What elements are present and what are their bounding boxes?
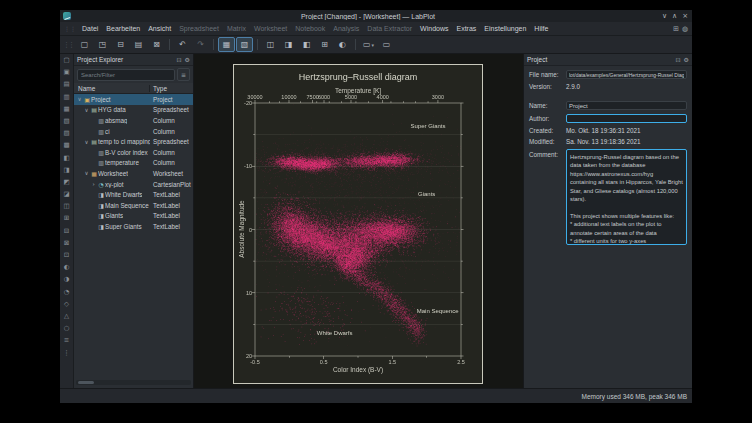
hr-diagram-canvas[interactable] [234,65,482,383]
toolbar-handle[interactable]: ⋮⋮ [63,41,73,49]
filter-options-icon[interactable]: ≡ [177,68,190,81]
project-explorer-header[interactable]: Project Explorer ⊡⚙ [74,54,193,66]
maximize-button[interactable]: ∧ [672,11,677,21]
menu-datei[interactable]: Datei [78,24,102,33]
select-mode-button[interactable]: ▦ [218,37,235,52]
column-header-type[interactable]: Type [149,85,193,92]
column-header-name[interactable]: Name [74,85,149,92]
worksheet-action-19[interactable]: ◑ [62,275,71,284]
close-button[interactable]: × [682,11,688,21]
open-project-icon[interactable]: ◳ [94,37,111,52]
add-image-icon[interactable]: ◧ [298,37,315,52]
project-name-input[interactable] [566,101,687,110]
worksheet-action-6[interactable]: ▧ [62,117,71,126]
tree-row-white-dwarfs[interactable]: ◨White DwarfsTextLabel [74,189,193,200]
panel-toggle-icon[interactable]: ⊞ [673,25,679,33]
add-plot-icon[interactable]: ◫ [262,37,279,52]
float-dock-icon[interactable]: ⊡ [676,56,681,63]
plot-annotation-super-giants[interactable]: Super Giants [411,123,446,129]
float-dock-icon[interactable]: ⊡ [177,56,182,63]
tree-row-hyg-data[interactable]: ∨▤HYG dataSpreadsheet [74,105,193,116]
add-text-label-icon[interactable]: ◨ [280,37,297,52]
menu-windows[interactable]: Windows [416,24,452,33]
worksheet-action-21[interactable]: ◇ [62,300,71,309]
menu-notebook[interactable]: Notebook [291,24,329,33]
menu-einstellungen[interactable]: Einstellungen [480,24,530,33]
worksheet-action-20[interactable]: ◔ [62,288,71,297]
tree-row-temp-to-ci-mapping[interactable]: ∨▤temp to ci mappingSpreadsheet [74,136,193,147]
menu-bearbeiten[interactable]: Bearbeiten [102,24,144,33]
theme-icon[interactable]: ◐ [334,37,351,52]
menu-spreadsheet[interactable]: Spreadsheet [175,24,223,33]
x-axis-label[interactable]: Color Index (B-V) [255,366,461,373]
properties-header[interactable]: Project ⊡⚙ [524,54,692,66]
menu-extras[interactable]: Extras [452,24,480,33]
worksheet-action-2[interactable]: ▣ [62,68,71,77]
tree-row-absmag[interactable]: ▥absmagColumn [74,115,193,126]
tree-row-xy-plot[interactable]: ›◔xy-plotCartesianPlot [74,179,193,190]
tree-row-worksheet[interactable]: ∨▦WorksheetWorksheet [74,168,193,179]
worksheet-action-10[interactable]: ◨ [62,166,71,175]
expander-icon[interactable]: ∨ [83,170,90,176]
minimize-button[interactable]: ∨ [662,11,667,21]
worksheet-action-16[interactable]: ⊠ [62,239,71,248]
undo-icon[interactable]: ↶ [174,37,191,52]
worksheet-action-15[interactable]: ⊟ [62,227,71,236]
explorer-hscroll-thumb[interactable] [78,381,94,384]
new-project-icon[interactable]: ▢ [76,37,93,52]
tree-row-project[interactable]: ∨▣ProjectProject [74,94,193,105]
tree-column-headers[interactable]: Name Type [74,83,193,94]
worksheet-action-1[interactable]: ▢ [62,56,71,65]
worksheet-action-14[interactable]: ⊞ [62,214,71,223]
worksheet-action-22[interactable]: △ [62,312,71,321]
worksheet-action-5[interactable]: ▦ [62,105,71,114]
fit-page-icon[interactable]: ▭ [378,37,395,52]
dock-settings-icon[interactable]: ⚙ [684,56,689,63]
worksheet-action-25[interactable]: ⋮ [62,349,71,358]
worksheet-action-4[interactable]: ▥ [62,93,71,102]
search-input[interactable] [77,69,175,81]
zoom-mode-button[interactable]: ▧ [236,37,253,52]
menubar-handle[interactable]: ⋮⋮ [64,25,76,32]
comment-textarea[interactable]: Hertzsprung-Russel diagram based on the … [566,149,687,245]
expander-icon[interactable]: ∨ [83,139,90,145]
author-input[interactable] [566,114,687,123]
menu-ansicht[interactable]: Ansicht [144,24,175,33]
grid-layout-icon[interactable]: ⊞ [316,37,333,52]
titlebar[interactable]: Project [Changed] - [Worksheet] — LabPlo… [60,10,692,22]
menu-worksheet[interactable]: Worksheet [250,24,291,33]
worksheet-action-7[interactable]: ▨ [62,129,71,138]
tree-row-super-giants[interactable]: ◨Super GiantsTextLabel [74,221,193,232]
worksheet-action-23[interactable]: ○ [62,324,71,333]
zoom-preset-dropdown[interactable]: ▭▾ [360,37,377,52]
expander-icon[interactable]: › [90,181,97,187]
print-preview-icon[interactable]: ⊠ [148,37,165,52]
menu-analysis[interactable]: Analysis [329,24,363,33]
worksheet-action-8[interactable]: ▩ [62,141,71,150]
file-name-input[interactable] [566,70,687,79]
tree-row-temperature[interactable]: ▥temperatureColumn [74,158,193,169]
top-axis-label[interactable]: Temperature [K] [255,87,461,94]
expander-icon[interactable]: ∨ [76,96,83,102]
tree-row-ci[interactable]: ▥ciColumn [74,126,193,137]
dock-settings-icon[interactable]: ⚙ [185,56,190,63]
worksheet-action-24[interactable]: ≡ [62,336,71,345]
menu-data-extractor[interactable]: Data Extractor [363,24,416,33]
tree-row-main-sequence[interactable]: ◨Main SequenceTextLabel [74,200,193,211]
worksheet-action-11[interactable]: ◩ [62,178,71,187]
worksheet-action-13[interactable]: ◫ [62,202,71,211]
worksheet-action-9[interactable]: ◧ [62,154,71,163]
plot-title[interactable]: Hertzsprung–Russell diagram [255,72,461,82]
save-project-icon[interactable]: ⊟ [112,37,129,52]
tree-row-b-v-color-index[interactable]: ▥B-V color indexColumn [74,147,193,158]
worksheet-action-18[interactable]: ◐ [62,263,71,272]
worksheet-action-17[interactable]: ⊡ [62,251,71,260]
worksheet-action-3[interactable]: ▤ [62,80,71,89]
print-icon[interactable]: ▤ [130,37,147,52]
plot-annotation-giants[interactable]: Giants [418,191,435,197]
expander-icon[interactable]: ∨ [83,107,90,113]
worksheet-page[interactable]: Hertzsprung–Russell diagram Temperature … [233,64,483,384]
tree-row-giants[interactable]: ◨GiantsTextLabel [74,211,193,222]
redo-icon[interactable]: ↷ [192,37,209,52]
plot-annotation-white-dwarfs[interactable]: White Dwarfs [317,330,353,336]
